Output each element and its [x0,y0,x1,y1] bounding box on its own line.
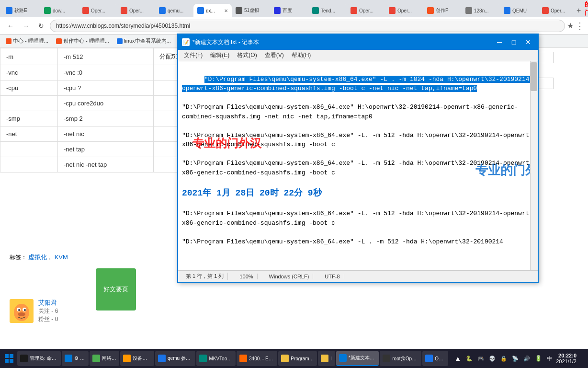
tray-icon-battery[interactable]: 🔋 [533,354,543,363]
tab-13[interactable]: QEMU [500,4,538,17]
value-cell: -net nic -net tap [58,157,154,172]
system-clock[interactable]: 20:22:0 2021/1/2 [556,353,577,364]
tab-label-10: Oper... [397,8,412,13]
command-line-3: "D:\Program Files\qemu\qemu-system-x86_6… [182,132,533,149]
address-url: https://www.cnblogs.com/storymedia/p/450… [56,23,190,29]
tab-14[interactable]: Oper... [538,4,577,17]
avatar-image [10,299,34,323]
tray-icon-volume[interactable]: 🔊 [522,354,531,363]
notepad-window: 📝 *新建文本文档.txt - 记事本 ─ □ ✕ 文件(F) 编辑(E) 格式… [177,34,539,283]
taskbar-favicon-openwrt [383,355,390,362]
tab-favicon-12 [465,7,472,14]
taskbar-label-openwrt: root@OpenW... [392,356,418,361]
notepad-minimize-button[interactable]: ─ [494,36,505,48]
good-article-button[interactable]: 好文要页 [96,268,136,310]
svg-point-6 [18,312,25,316]
scrollbar-track[interactable] [530,61,538,270]
windows-icon [4,354,14,363]
tray-icon-skull[interactable]: 💀 [487,354,497,363]
bookmark-0[interactable]: 中心 - 哩哩哩... [4,36,50,46]
tab-5[interactable]: qx... ✕ [193,4,232,17]
tab-7[interactable]: 百度 [270,4,308,17]
taskbar-label-settings: ⚙ 设置 [74,355,86,362]
tray-icon-game[interactable]: 🎮 [476,354,486,363]
value-cell: -vnc :0 [58,65,154,80]
taskbar-favicon-notepad [339,354,347,362]
taskbar-favicon-mkvtool [199,355,207,362]
taskbar-item-lu[interactable]: lu [318,351,335,366]
tab-3[interactable]: Oper... [117,4,155,17]
bookmark-favicon-0 [6,38,11,44]
menu-format[interactable]: 格式(O) [233,50,260,60]
menu-help[interactable]: 帮助(H) [288,50,315,60]
notepad-text-area[interactable]: "D:\Program Files\qemu\qemu-system-x86_6… [178,61,538,259]
bookmark-1[interactable]: 创作中心 - 哩哩哩... [54,36,111,46]
command-line-2: "D:\Program Files\qemu\qemu-system-x86_6… [182,104,518,120]
tab-label-6: 51虚拟 [244,7,259,14]
bookmark-star[interactable]: ★ [567,21,574,30]
taskbar-item-files[interactable]: Program Files [278,351,317,366]
bookmark-2[interactable]: linux中查看系统内... [115,36,173,46]
tab-6[interactable]: 51虚拟 [232,4,270,17]
menu-view[interactable]: 查看(V) [261,50,288,60]
bookmark-label-1: 创作中心 - 哩哩哩... [63,37,109,45]
tray-language[interactable]: 中 [545,355,554,362]
taskbar-item-cmd[interactable]: 管理员: 命令提... [17,351,61,366]
menu-file[interactable]: 文件(F) [180,50,206,60]
tab-8[interactable]: Tend... [308,4,347,17]
tray-icon-lock[interactable]: 🔒 [499,354,509,363]
tray-icon-up[interactable]: ▲ [453,354,463,363]
tab-add-button[interactable]: + [577,4,581,17]
taskbar-item-mkvtool[interactable]: MKVToolNix... [196,351,236,366]
taskbar-item-3400[interactable]: 3400. - Every... [237,351,277,366]
nav-bar: ← → ↻ https://www.cnblogs.com/storymedia… [0,17,588,34]
notepad-content[interactable]: "D:\Program Files\qemu\qemu-system-x86_6… [178,61,538,270]
forward-button[interactable]: → [19,19,33,33]
svg-rect-7 [5,354,9,358]
tab-0[interactable]: 软路E [2,4,40,17]
taskbar-item-notepad[interactable]: *新建文本文档... [336,351,379,366]
tray-icon-network[interactable]: 📡 [510,354,520,363]
tag-virtualization[interactable]: 虚拟化 [28,253,47,261]
tab-label-8: Tend... [321,8,335,13]
taskbar-item-settings[interactable]: ⚙ 设置 [62,351,89,366]
command-line-4: "D:\Program Files\qemu\qemu-system-x86_6… [182,160,533,176]
tab-label-4: qemu... [168,8,183,13]
taskbar-item-browser[interactable]: qemu 参数简... [155,351,195,366]
taskbar-item-qemu[interactable]: QEMU [422,351,448,366]
tab-2[interactable]: Oper... [79,4,117,17]
reload-button[interactable]: ↻ [34,19,48,33]
address-bar[interactable]: https://www.cnblogs.com/storymedia/p/450… [50,20,565,32]
taskbar-item-openwrt[interactable]: root@OpenW... [380,351,421,366]
line-ending: Windows (CRLF) [265,274,314,279]
taskbar-label-files: Program Files [291,356,314,361]
notepad-title: *新建文本文档.txt - 记事本 [192,38,491,46]
param-cell [0,142,58,157]
tab-9[interactable]: Oper... [347,4,385,17]
tab-11[interactable]: 创作P [423,4,462,17]
taskbar-item-devmgr[interactable]: 设备管理器 [120,351,154,366]
taskbar-label-cmd: 管理员: 命令提... [30,355,58,362]
tab-4[interactable]: qemu... [155,4,193,17]
taskbar-item-network[interactable]: 网络连接 [90,351,119,366]
taskbar-label-browser: qemu 参数简... [168,355,192,362]
nav-menu[interactable]: ⋮ [576,21,584,31]
tab-close-5[interactable]: ✕ [224,8,228,13]
value-cell: -cpu core2duo [58,96,154,111]
command-line-6: "D:\Program Files\qemu\qemu-system-x86_6… [182,238,503,245]
tab-10[interactable]: Oper... [385,4,423,17]
scrollbar-thumb[interactable] [531,62,537,91]
start-button[interactable] [2,350,16,367]
param-cell [0,96,58,111]
notepad-close-button[interactable]: ✕ [522,36,534,48]
tab-12[interactable]: 128n... [462,4,500,17]
notepad-maximize-button[interactable]: □ [508,36,520,48]
author-info: 艾阳君 关注 - 6 粉丝 - 0 [38,299,58,323]
tray-icon-python[interactable]: 🐍 [464,354,474,363]
author-name[interactable]: 艾阳君 [38,299,58,307]
tab-1[interactable]: dow... [40,4,79,17]
menu-edit[interactable]: 编辑(E) [206,50,233,60]
back-button[interactable]: ← [4,19,17,33]
tag-kvm[interactable]: KVM [55,253,68,261]
taskbar-label-3400: 3400. - Every... [249,356,274,361]
